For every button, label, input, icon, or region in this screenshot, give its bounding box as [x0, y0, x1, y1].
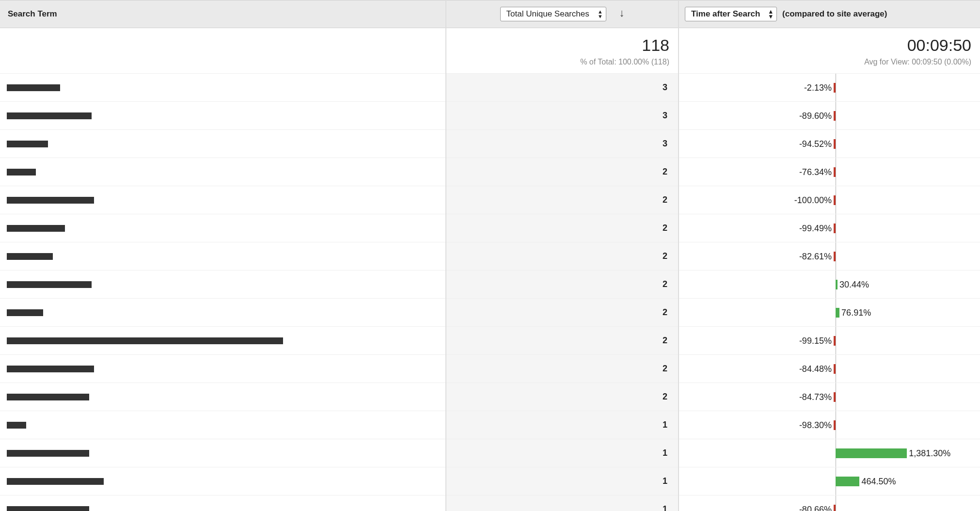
axis-line: [836, 186, 836, 214]
comparison-bar-cell: -80.66%: [679, 495, 980, 511]
comparison-bar-cell: 1,381.30%: [679, 439, 980, 467]
comparison-select[interactable]: Time after Search ▴▾: [685, 7, 777, 21]
search-term-link[interactable]: [7, 450, 89, 457]
table-row: 1-80.66%: [0, 495, 980, 511]
table-row: 3-89.60%: [0, 102, 980, 130]
axis-line: [836, 327, 836, 354]
table-row: 2-84.48%: [0, 355, 980, 383]
avg-time-value: 00:09:50: [688, 36, 971, 55]
search-term-link[interactable]: [7, 309, 43, 316]
comparison-value: -84.48%: [799, 364, 832, 374]
comparison-value: -98.30%: [799, 420, 832, 430]
comparison-bar-cell: -99.49%: [679, 214, 980, 242]
comparison-value: 464.50%: [861, 476, 896, 486]
search-terms-table: Search Term Total Unique Searches ▴▾ ↓ T…: [0, 0, 980, 511]
table-row: 2-99.49%: [0, 214, 980, 242]
unique-search-count: 1: [446, 411, 679, 439]
comparison-bar-cell: 464.50%: [679, 467, 980, 495]
table-row: 1-98.30%: [0, 411, 980, 439]
comparison-bar-cell: -76.34%: [679, 158, 980, 186]
comparison-bar-negative: [834, 392, 836, 402]
search-term-link[interactable]: [7, 225, 65, 232]
search-term-link[interactable]: [7, 197, 94, 204]
comparison-value: -84.73%: [799, 392, 832, 402]
search-term-link[interactable]: [7, 394, 89, 400]
column-header-search-term[interactable]: Search Term: [0, 0, 446, 28]
search-term-link[interactable]: [7, 169, 36, 176]
table-row: 1464.50%: [0, 467, 980, 495]
summary-row: 118 % of Total: 100.00% (118) 00:09:50 A…: [0, 28, 980, 74]
comparison-bar-positive: [836, 280, 838, 289]
table-row: 2-76.34%: [0, 158, 980, 186]
search-term-link[interactable]: [7, 478, 104, 485]
unique-search-count: 2: [446, 271, 679, 299]
comparison-value: 1,381.30%: [909, 448, 950, 458]
table-row: 2-84.73%: [0, 383, 980, 411]
unique-search-count: 2: [446, 383, 679, 411]
axis-line: [836, 158, 836, 186]
comparison-bar-cell: -84.73%: [679, 383, 980, 411]
search-term-link[interactable]: [7, 84, 60, 91]
unique-search-count: 1: [446, 439, 679, 467]
table-row: 230.44%: [0, 271, 980, 299]
comparison-bar-positive: [836, 477, 860, 486]
search-term-link[interactable]: [7, 506, 89, 511]
table-row: 2-82.61%: [0, 242, 980, 271]
table-row: 11,381.30%: [0, 439, 980, 467]
comparison-bar-cell: 30.44%: [679, 271, 980, 298]
search-term-link[interactable]: [7, 422, 26, 429]
comparison-value: -99.49%: [799, 223, 832, 233]
chevron-updown-icon: ▴▾: [769, 9, 773, 19]
total-searches-sub: % of Total: 100.00% (118): [455, 58, 669, 66]
unique-search-count: 2: [446, 299, 679, 327]
comparison-bar-negative: [834, 111, 836, 121]
unique-search-count: 2: [446, 158, 679, 186]
comparison-bar-positive: [836, 448, 907, 458]
axis-line: [836, 411, 836, 439]
search-term-link[interactable]: [7, 366, 94, 372]
comparison-bar-negative: [834, 139, 836, 149]
axis-line: [836, 355, 836, 383]
unique-search-count: 2: [446, 242, 679, 271]
table-row: 276.91%: [0, 299, 980, 327]
unique-search-count: 1: [446, 495, 679, 511]
comparison-value: -82.61%: [799, 251, 832, 261]
unique-search-count: 2: [446, 355, 679, 383]
table-row: 3-94.52%: [0, 130, 980, 158]
search-term-link[interactable]: [7, 337, 283, 344]
axis-line: [836, 130, 836, 158]
comparison-value: -2.13%: [804, 82, 832, 93]
sort-descending-icon[interactable]: ↓: [619, 7, 624, 19]
table-row: 2-100.00%: [0, 186, 980, 214]
comparison-bar-cell: 76.91%: [679, 299, 980, 326]
unique-search-count: 2: [446, 186, 679, 214]
comparison-bar-cell: -84.48%: [679, 355, 980, 383]
comparison-value: -99.15%: [799, 335, 832, 346]
comparison-bar-negative: [834, 505, 836, 511]
unique-search-count: 1: [446, 467, 679, 495]
metric-select[interactable]: Total Unique Searches ▴▾: [500, 7, 606, 21]
comparison-bar-cell: -100.00%: [679, 186, 980, 214]
comparison-bar-cell: -98.30%: [679, 411, 980, 439]
unique-search-count: 3: [446, 130, 679, 158]
comparison-bar-cell: -89.60%: [679, 102, 980, 129]
metric-select-label: Total Unique Searches: [506, 9, 589, 18]
comparison-bar-cell: -82.61%: [679, 242, 980, 270]
search-term-link[interactable]: [7, 253, 53, 260]
chevron-updown-icon: ▴▾: [599, 9, 602, 19]
search-term-link[interactable]: [7, 141, 48, 147]
axis-line: [836, 383, 836, 411]
axis-line: [836, 102, 836, 129]
comparison-value: -94.52%: [799, 139, 832, 149]
unique-search-count: 2: [446, 327, 679, 355]
table-header-row: Search Term Total Unique Searches ▴▾ ↓ T…: [0, 0, 980, 28]
comparison-value: -100.00%: [794, 195, 832, 205]
avg-time-sub: Avg for View: 00:09:50 (0.00%): [688, 58, 971, 66]
axis-line: [836, 495, 836, 511]
comparison-bar-positive: [836, 308, 839, 318]
comparison-bar-negative: [834, 420, 836, 430]
comparison-bar-negative: [834, 167, 836, 177]
search-term-link[interactable]: [7, 112, 92, 119]
comparison-value: 76.91%: [841, 307, 871, 318]
search-term-link[interactable]: [7, 281, 92, 288]
